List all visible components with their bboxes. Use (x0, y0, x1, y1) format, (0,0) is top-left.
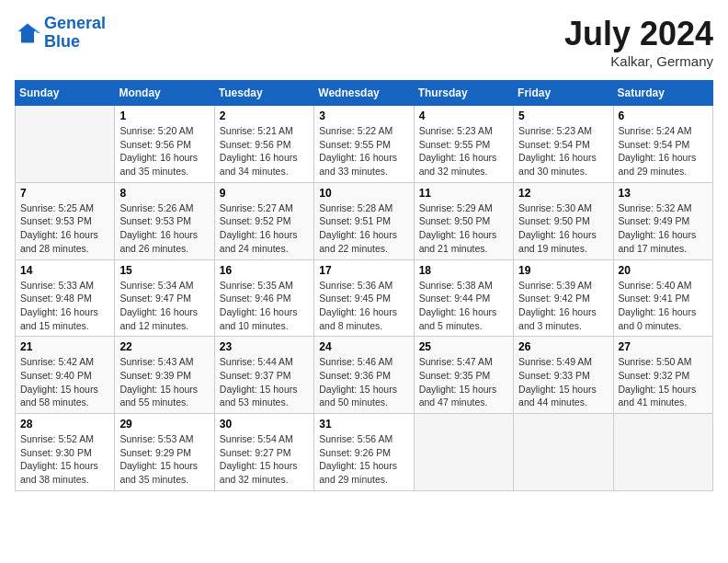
day-info: Sunrise: 5:34 AM Sunset: 9:47 PM Dayligh… (119, 279, 209, 333)
day-number: 16 (220, 264, 309, 277)
calendar-cell (414, 414, 513, 491)
day-number: 28 (20, 418, 109, 431)
day-number: 7 (20, 187, 109, 200)
calendar-cell: 8Sunrise: 5:26 AM Sunset: 9:53 PM Daylig… (115, 182, 214, 259)
calendar-cell: 22Sunrise: 5:43 AM Sunset: 9:39 PM Dayli… (115, 337, 214, 414)
day-info: Sunrise: 5:56 AM Sunset: 9:26 PM Dayligh… (319, 432, 408, 487)
logo-text: General Blue (44, 15, 106, 52)
day-number: 2 (220, 109, 309, 122)
location: Kalkar, Germany (564, 53, 713, 69)
month-title: July 2024 (564, 15, 713, 53)
calendar-cell: 24Sunrise: 5:46 AM Sunset: 9:36 PM Dayli… (314, 337, 414, 414)
header-friday: Friday (514, 81, 613, 106)
calendar-cell: 12Sunrise: 5:30 AM Sunset: 9:50 PM Dayli… (514, 182, 613, 259)
calendar-cell (514, 414, 613, 491)
calendar-cell: 18Sunrise: 5:38 AM Sunset: 9:44 PM Dayli… (414, 259, 513, 337)
calendar-table: SundayMondayTuesdayWednesdayThursdayFrid… (15, 80, 713, 491)
day-number: 17 (319, 264, 408, 277)
day-info: Sunrise: 5:22 AM Sunset: 9:55 PM Dayligh… (319, 124, 408, 178)
calendar-cell (613, 414, 712, 491)
day-info: Sunrise: 5:42 AM Sunset: 9:40 PM Dayligh… (20, 355, 109, 409)
day-info: Sunrise: 5:47 AM Sunset: 9:35 PM Dayligh… (419, 355, 508, 409)
calendar-cell: 13Sunrise: 5:32 AM Sunset: 9:49 PM Dayli… (613, 182, 712, 259)
day-number: 4 (419, 109, 508, 122)
day-info: Sunrise: 5:40 AM Sunset: 9:41 PM Dayligh… (619, 279, 708, 333)
week-row-2: 7Sunrise: 5:25 AM Sunset: 9:53 PM Daylig… (16, 182, 713, 259)
calendar-cell: 17Sunrise: 5:36 AM Sunset: 9:45 PM Dayli… (314, 259, 414, 337)
title-block: July 2024 Kalkar, Germany (564, 15, 713, 69)
calendar-cell: 10Sunrise: 5:28 AM Sunset: 9:51 PM Dayli… (314, 182, 414, 259)
day-number: 10 (319, 187, 408, 200)
calendar-cell: 14Sunrise: 5:33 AM Sunset: 9:48 PM Dayli… (16, 259, 115, 337)
day-number: 26 (518, 340, 608, 353)
day-info: Sunrise: 5:27 AM Sunset: 9:52 PM Dayligh… (220, 201, 309, 256)
page-header: General Blue July 2024 Kalkar, Germany (15, 15, 713, 69)
header-thursday: Thursday (414, 81, 513, 106)
day-info: Sunrise: 5:49 AM Sunset: 9:33 PM Dayligh… (518, 355, 608, 409)
day-info: Sunrise: 5:29 AM Sunset: 9:50 PM Dayligh… (419, 201, 508, 256)
calendar-cell: 16Sunrise: 5:35 AM Sunset: 9:46 PM Dayli… (214, 259, 313, 337)
day-info: Sunrise: 5:23 AM Sunset: 9:54 PM Dayligh… (518, 124, 608, 178)
day-number: 22 (119, 340, 209, 353)
header-sunday: Sunday (16, 81, 115, 106)
day-number: 24 (319, 340, 408, 353)
day-info: Sunrise: 5:36 AM Sunset: 9:45 PM Dayligh… (319, 279, 408, 333)
day-info: Sunrise: 5:44 AM Sunset: 9:37 PM Dayligh… (220, 355, 309, 409)
day-number: 12 (518, 187, 608, 200)
day-number: 13 (619, 187, 708, 200)
day-info: Sunrise: 5:39 AM Sunset: 9:42 PM Dayligh… (518, 279, 608, 333)
day-number: 25 (419, 340, 508, 353)
day-info: Sunrise: 5:30 AM Sunset: 9:50 PM Dayligh… (518, 201, 608, 256)
day-info: Sunrise: 5:50 AM Sunset: 9:32 PM Dayligh… (619, 355, 708, 409)
day-info: Sunrise: 5:54 AM Sunset: 9:27 PM Dayligh… (220, 432, 309, 487)
day-info: Sunrise: 5:24 AM Sunset: 9:54 PM Dayligh… (619, 124, 708, 178)
calendar-cell: 19Sunrise: 5:39 AM Sunset: 9:42 PM Dayli… (514, 259, 613, 337)
logo: General Blue (15, 15, 106, 52)
day-number: 14 (20, 264, 109, 277)
day-number: 27 (619, 340, 708, 353)
calendar-cell: 9Sunrise: 5:27 AM Sunset: 9:52 PM Daylig… (214, 182, 313, 259)
day-number: 18 (419, 264, 508, 277)
day-info: Sunrise: 5:23 AM Sunset: 9:55 PM Dayligh… (419, 124, 508, 178)
day-info: Sunrise: 5:53 AM Sunset: 9:29 PM Dayligh… (119, 432, 209, 487)
week-row-4: 21Sunrise: 5:42 AM Sunset: 9:40 PM Dayli… (16, 337, 713, 414)
day-number: 20 (619, 264, 708, 277)
calendar-cell: 26Sunrise: 5:49 AM Sunset: 9:33 PM Dayli… (514, 337, 613, 414)
day-number: 6 (619, 109, 708, 122)
day-info: Sunrise: 5:25 AM Sunset: 9:53 PM Dayligh… (20, 201, 109, 256)
calendar-cell: 30Sunrise: 5:54 AM Sunset: 9:27 PM Dayli… (214, 414, 313, 491)
day-info: Sunrise: 5:32 AM Sunset: 9:49 PM Dayligh… (619, 201, 708, 256)
day-info: Sunrise: 5:21 AM Sunset: 9:56 PM Dayligh… (220, 124, 309, 178)
day-number: 9 (220, 187, 309, 200)
day-number: 23 (220, 340, 309, 353)
day-info: Sunrise: 5:33 AM Sunset: 9:48 PM Dayligh… (20, 279, 109, 333)
day-info: Sunrise: 5:38 AM Sunset: 9:44 PM Dayligh… (419, 279, 508, 333)
day-number: 11 (419, 187, 508, 200)
calendar-cell: 2Sunrise: 5:21 AM Sunset: 9:56 PM Daylig… (214, 106, 313, 183)
logo-icon (15, 20, 40, 46)
week-row-3: 14Sunrise: 5:33 AM Sunset: 9:48 PM Dayli… (16, 259, 713, 337)
week-row-5: 28Sunrise: 5:52 AM Sunset: 9:30 PM Dayli… (16, 414, 713, 491)
calendar-cell: 11Sunrise: 5:29 AM Sunset: 9:50 PM Dayli… (414, 182, 513, 259)
calendar-cell: 25Sunrise: 5:47 AM Sunset: 9:35 PM Dayli… (414, 337, 513, 414)
calendar-cell: 7Sunrise: 5:25 AM Sunset: 9:53 PM Daylig… (16, 182, 115, 259)
day-info: Sunrise: 5:35 AM Sunset: 9:46 PM Dayligh… (220, 279, 309, 333)
days-header-row: SundayMondayTuesdayWednesdayThursdayFrid… (16, 81, 713, 106)
header-tuesday: Tuesday (214, 81, 313, 106)
day-number: 21 (20, 340, 109, 353)
header-saturday: Saturday (613, 81, 712, 106)
calendar-cell: 27Sunrise: 5:50 AM Sunset: 9:32 PM Dayli… (613, 337, 712, 414)
day-info: Sunrise: 5:43 AM Sunset: 9:39 PM Dayligh… (119, 355, 209, 409)
day-number: 1 (119, 109, 209, 122)
day-number: 5 (518, 109, 608, 122)
calendar-cell (16, 106, 115, 183)
day-number: 31 (319, 418, 408, 431)
day-number: 3 (319, 109, 408, 122)
calendar-cell: 23Sunrise: 5:44 AM Sunset: 9:37 PM Dayli… (214, 337, 313, 414)
day-info: Sunrise: 5:20 AM Sunset: 9:56 PM Dayligh… (119, 124, 209, 178)
calendar-cell: 5Sunrise: 5:23 AM Sunset: 9:54 PM Daylig… (514, 106, 613, 183)
day-info: Sunrise: 5:52 AM Sunset: 9:30 PM Dayligh… (20, 432, 109, 487)
calendar-cell: 3Sunrise: 5:22 AM Sunset: 9:55 PM Daylig… (314, 106, 414, 183)
day-number: 30 (220, 418, 309, 431)
calendar-cell: 29Sunrise: 5:53 AM Sunset: 9:29 PM Dayli… (115, 414, 214, 491)
